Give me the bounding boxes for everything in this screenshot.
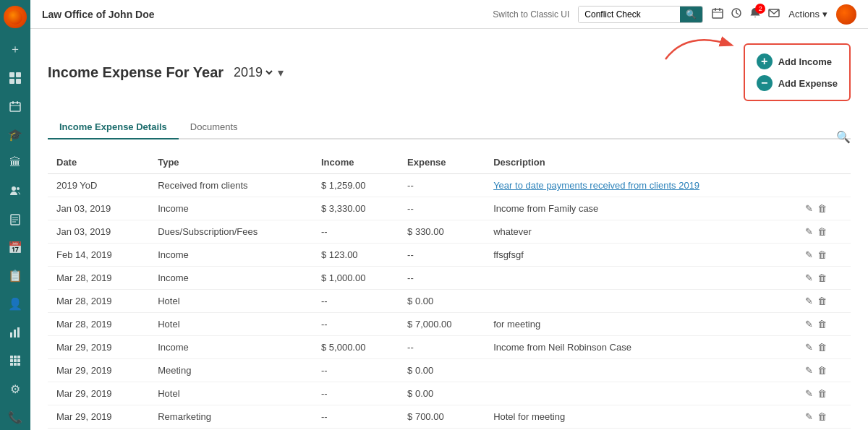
switch-classic-link[interactable]: Switch to Classic UI bbox=[493, 9, 569, 20]
delete-icon[interactable]: 🗑 bbox=[817, 342, 827, 353]
table-search-icon[interactable]: 🔍 bbox=[836, 130, 851, 144]
delete-icon[interactable]: 🗑 bbox=[817, 319, 827, 330]
row-actions: ✎🗑 bbox=[805, 319, 842, 330]
cell-description: ffsgfsgf bbox=[485, 244, 796, 267]
add-expense-label: Add Expense bbox=[778, 78, 838, 89]
cell-actions: ✎🗑 bbox=[796, 382, 851, 405]
tabs-container: Income Expense Details Documents bbox=[48, 116, 851, 139]
sidebar-item-apps[interactable] bbox=[2, 348, 28, 374]
svg-rect-14 bbox=[10, 332, 12, 337]
user-avatar[interactable] bbox=[836, 4, 856, 25]
sidebar-item-dashboard[interactable] bbox=[2, 65, 28, 90]
cell-expense: $ 7,000.00 bbox=[399, 313, 485, 336]
sidebar-item-tasks[interactable]: 📋 bbox=[2, 263, 28, 288]
delete-icon[interactable]: 🗑 bbox=[817, 411, 827, 422]
table-row: Mar 29, 2019 Meeting -- $ 0.00 ✎🗑 bbox=[48, 359, 851, 382]
table-row: Jan 03, 2019 Dues/Subscription/Fees -- $… bbox=[48, 220, 851, 244]
cell-expense: $ 700.00 bbox=[399, 405, 485, 429]
edit-icon[interactable]: ✎ bbox=[805, 296, 813, 306]
edit-icon[interactable]: ✎ bbox=[805, 226, 813, 237]
topnav: Law Office of John Doe Switch to Classic… bbox=[30, 0, 868, 29]
description-text: ffsgfsgf bbox=[493, 249, 524, 260]
sidebar-item-plus[interactable]: ＋ bbox=[2, 37, 28, 62]
cell-expense: -- bbox=[399, 267, 485, 290]
svg-point-8 bbox=[12, 186, 16, 191]
row-actions: ✎🗑 bbox=[805, 249, 842, 260]
edit-icon[interactable]: ✎ bbox=[805, 249, 813, 260]
mail-icon[interactable] bbox=[768, 7, 780, 21]
svg-rect-4 bbox=[10, 103, 20, 111]
sidebar-item-calendar[interactable] bbox=[2, 93, 28, 119]
edit-icon[interactable]: ✎ bbox=[805, 342, 813, 353]
income-expense-table: Date Type Income Expense Description 201… bbox=[48, 151, 851, 429]
cell-actions: ✎🗑 bbox=[796, 197, 851, 220]
add-income-label: Add Income bbox=[778, 56, 832, 67]
tab-documents[interactable]: Documents bbox=[179, 116, 250, 139]
year-dropdown[interactable]: 2019 2018 2020 bbox=[231, 64, 275, 80]
table-header-row: Date Type Income Expense Description bbox=[48, 151, 851, 174]
delete-icon[interactable]: 🗑 bbox=[817, 272, 827, 283]
cell-description: whatever bbox=[485, 220, 796, 244]
year-selector[interactable]: 2019 2018 2020 ▾ bbox=[231, 64, 284, 80]
svg-rect-17 bbox=[10, 356, 13, 358]
sidebar-item-phone[interactable]: 📞 bbox=[2, 405, 28, 430]
table-row: Mar 28, 2019 Hotel -- $ 7,000.00 for mee… bbox=[48, 313, 851, 336]
add-expense-icon: − bbox=[757, 75, 773, 91]
delete-icon[interactable]: 🗑 bbox=[817, 203, 827, 214]
delete-icon[interactable]: 🗑 bbox=[817, 388, 827, 399]
sidebar-item-settings[interactable]: ⚙ bbox=[2, 377, 28, 402]
edit-icon[interactable]: ✎ bbox=[805, 203, 813, 214]
edit-icon[interactable]: ✎ bbox=[805, 388, 813, 399]
cell-income: -- bbox=[312, 220, 399, 244]
row-actions: ✎🗑 bbox=[805, 365, 842, 376]
sidebar-item-building[interactable]: 🏛 bbox=[2, 150, 28, 176]
description-text: whatever bbox=[493, 226, 532, 237]
edit-icon[interactable]: ✎ bbox=[805, 365, 813, 376]
cell-type: Income bbox=[149, 197, 312, 220]
row-actions: ✎🗑 bbox=[805, 411, 842, 422]
cell-expense: -- bbox=[399, 336, 485, 359]
cell-actions: ✎🗑 bbox=[796, 267, 851, 290]
cell-type: Remarketing bbox=[149, 405, 312, 429]
cell-date: Mar 29, 2019 bbox=[48, 382, 149, 405]
description-link[interactable]: Year to date payments received from clie… bbox=[493, 180, 699, 191]
table-row: Jan 03, 2019 Income $ 3,330.00 -- Income… bbox=[48, 197, 851, 220]
cell-income: -- bbox=[312, 382, 399, 405]
cell-type: Dues/Subscription/Fees bbox=[149, 220, 312, 244]
sidebar-item-users[interactable] bbox=[2, 179, 28, 204]
add-income-icon: + bbox=[757, 53, 773, 69]
cell-type: Income bbox=[149, 267, 312, 290]
search-button[interactable]: 🔍 bbox=[680, 7, 702, 22]
add-expense-button[interactable]: − Add Expense bbox=[757, 75, 838, 91]
edit-icon[interactable]: ✎ bbox=[805, 272, 813, 283]
sidebar-item-documents[interactable] bbox=[2, 207, 28, 232]
svg-rect-25 bbox=[17, 363, 20, 366]
cell-date: Feb 14, 2019 bbox=[48, 244, 149, 267]
table-row: 2019 YoD Received from clients $ 1,259.0… bbox=[48, 174, 851, 197]
cell-actions: ✎🗑 bbox=[796, 313, 851, 336]
actions-menu-button[interactable]: Actions ▾ bbox=[788, 9, 827, 20]
tab-income-expense-details[interactable]: Income Expense Details bbox=[48, 116, 179, 139]
description-text: Income from Neil Robinson Case bbox=[493, 342, 631, 353]
sidebar-item-reports[interactable] bbox=[2, 319, 28, 345]
delete-icon[interactable]: 🗑 bbox=[817, 296, 827, 306]
sidebar-item-cal2[interactable]: 📅 bbox=[2, 235, 28, 260]
cell-description bbox=[485, 382, 796, 405]
search-input[interactable] bbox=[579, 7, 680, 22]
clock-icon[interactable] bbox=[731, 7, 742, 21]
notification-badge: 2 bbox=[755, 4, 765, 14]
delete-icon[interactable]: 🗑 bbox=[817, 226, 827, 237]
sidebar: ＋ 🎓 🏛 📅 📋 👤 ⚙ 📞 bbox=[0, 0, 30, 430]
calendar-nav-icon[interactable] bbox=[712, 7, 723, 21]
delete-icon[interactable]: 🗑 bbox=[817, 249, 827, 260]
edit-icon[interactable]: ✎ bbox=[805, 319, 813, 330]
add-income-button[interactable]: + Add Income bbox=[757, 53, 838, 69]
bell-icon[interactable]: 2 bbox=[749, 7, 761, 21]
cell-type: Received from clients bbox=[149, 174, 312, 197]
edit-icon[interactable]: ✎ bbox=[805, 411, 813, 422]
delete-icon[interactable]: 🗑 bbox=[817, 365, 827, 376]
svg-rect-23 bbox=[10, 363, 13, 366]
col-actions bbox=[796, 151, 851, 174]
sidebar-item-education[interactable]: 🎓 bbox=[2, 122, 28, 147]
sidebar-item-person[interactable]: 👤 bbox=[2, 291, 28, 317]
